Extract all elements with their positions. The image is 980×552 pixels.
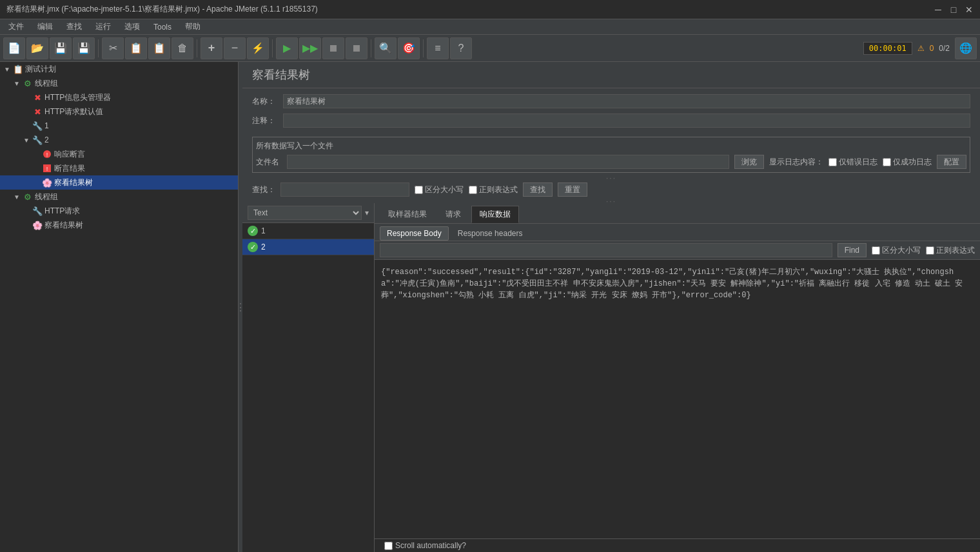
http-header-icon: ✖ — [32, 92, 43, 103]
tree-item-http-header[interactable]: ✖ HTTP信息头管理器 — [0, 90, 238, 104]
tree-item-assertion[interactable]: ! 响应断言 — [0, 147, 238, 161]
tree-toggle[interactable]: ▼ — [3, 65, 11, 73]
tree-item-request-1[interactable]: 🔧 1 — [0, 119, 238, 133]
toolbar-status: 00:00:01 ⚠ 0 0/2 🌐 — [863, 37, 977, 59]
run-all-button[interactable]: ▶▶ — [299, 37, 321, 59]
remove-button[interactable]: − — [224, 37, 246, 59]
menu-bar: 文件 编辑 查找 运行 选项 Tools 帮助 — [0, 19, 980, 35]
tree-item-thread-group-2[interactable]: ▼ ⚙ 线程组 — [0, 190, 238, 204]
error-log-checkbox[interactable] — [828, 158, 837, 166]
format-dropdown[interactable]: Text JSON XML HTML — [248, 206, 362, 220]
menu-options[interactable]: 选项 — [119, 20, 145, 34]
tree-item-request-2[interactable]: ▼ 🔧 2 — [0, 133, 238, 147]
result-status-ok-2: ✓ — [248, 242, 258, 252]
subtab-response-headers[interactable]: Response headers — [451, 226, 530, 241]
list-button[interactable]: ≡ — [427, 37, 449, 59]
tree-item-http-defaults[interactable]: ✖ HTTP请求默认值 — [0, 104, 238, 119]
tree-toggle[interactable]: ▼ — [13, 79, 21, 87]
scroll-auto-checkbox[interactable] — [384, 542, 393, 550]
save-all-button[interactable]: 💾 — [73, 37, 95, 59]
results-pane: Text JSON XML HTML ▾ ✓ 1 ✓ 2 — [242, 203, 375, 552]
right-panel: 察看结果树 名称： 注释： 所有数据写入一个文件 文件名 浏览 显示日志内容： — [242, 62, 980, 552]
find-regex-checkbox[interactable] — [926, 246, 934, 255]
tree-toggle — [32, 179, 40, 186]
detail-pane: 取样器结果 请求 响应数据 Response Body Response hea… — [375, 203, 980, 552]
reset-button[interactable]: 重置 — [558, 182, 587, 197]
maximize-button[interactable]: □ — [949, 5, 958, 14]
open-button[interactable]: 📂 — [26, 37, 48, 59]
clear-button[interactable]: ⚡ — [247, 37, 269, 59]
menu-help[interactable]: 帮助 — [180, 20, 206, 34]
paste-button[interactable]: 📋 — [148, 37, 170, 59]
find-bar: Find 区分大小写 正则表达式 — [375, 241, 980, 260]
find-button[interactable]: Find — [838, 243, 867, 257]
tab-request[interactable]: 请求 — [437, 206, 469, 223]
minimize-button[interactable]: ─ — [934, 5, 943, 14]
toolbar-separator-3 — [272, 39, 273, 57]
tree-label: 测试计划 — [25, 64, 56, 75]
tree-item-http-request[interactable]: 🔧 HTTP请求 — [0, 204, 238, 218]
delete-button[interactable]: 🗑 — [172, 37, 193, 59]
success-log-checkbox[interactable] — [883, 158, 891, 166]
tree-item-view-results-selected[interactable]: 🌸 察看结果树 — [0, 175, 238, 190]
tree-item-thread-group-1[interactable]: ▼ ⚙ 线程组 — [0, 76, 238, 90]
tree-item-test-plan[interactable]: ▼ 📋 测试计划 — [0, 62, 238, 76]
tab-response-data[interactable]: 响应数据 — [471, 206, 519, 223]
tree-toggle[interactable]: ▼ — [13, 193, 21, 201]
toolbar-separator-5 — [423, 39, 424, 57]
browse-button[interactable]: 浏览 — [734, 155, 764, 169]
add-button[interactable]: + — [201, 37, 222, 59]
tree-toggle[interactable]: ▼ — [23, 136, 30, 144]
result-status-ok-1: ✓ — [248, 226, 258, 236]
menu-edit[interactable]: 编辑 — [32, 20, 58, 34]
menu-run[interactable]: 运行 — [90, 20, 116, 34]
stop-all-button[interactable]: ⏹ — [346, 37, 368, 59]
assertion-result-icon: ! — [42, 163, 52, 173]
find-case-label: 区分大小写 — [882, 245, 921, 256]
cut-button[interactable]: ✂ — [102, 37, 124, 59]
tree-item-assertion-result[interactable]: ! 断言结果 — [0, 161, 238, 175]
tabs-row: 取样器结果 请求 响应数据 — [375, 203, 980, 224]
form-area: 名称： 注释： — [242, 88, 980, 133]
log-content-label: 显示日志内容： — [769, 157, 823, 168]
settings-tool-button[interactable]: 🎯 — [398, 37, 420, 59]
case-sensitive-label: 区分大小写 — [425, 184, 464, 195]
run-button[interactable]: ▶ — [276, 37, 298, 59]
new-button[interactable]: 📄 — [3, 37, 25, 59]
close-button[interactable]: ✕ — [965, 5, 974, 14]
tab-sampler-result[interactable]: 取样器结果 — [380, 206, 435, 223]
file-section: 所有数据写入一个文件 文件名 浏览 显示日志内容： 仅错误日志 仅成功日志 配置 — [252, 137, 970, 173]
file-name-input[interactable] — [287, 155, 729, 169]
result-item-2[interactable]: ✓ 2 — [242, 239, 374, 255]
error-log-checkbox-item: 仅错误日志 — [828, 157, 877, 168]
menu-tools[interactable]: Tools — [148, 21, 177, 33]
find-input[interactable] — [380, 243, 832, 257]
name-input[interactable] — [283, 94, 970, 108]
response-text: {"reason":"successed","result":{"id":"32… — [378, 263, 977, 304]
case-sensitive-checkbox[interactable] — [415, 186, 423, 194]
result-item-1[interactable]: ✓ 1 — [242, 223, 374, 239]
result-label-1: 1 — [261, 226, 266, 235]
search-tool-button[interactable]: 🔍 — [375, 37, 397, 59]
search-button[interactable]: 查找 — [523, 182, 553, 197]
main-layout: ▼ 📋 测试计划 ▼ ⚙ 线程组 ✖ HTTP信息头管理器 ✖ HTTP请求默认… — [0, 62, 980, 552]
globe-button[interactable]: 🌐 — [955, 37, 977, 59]
tree-toggle — [23, 108, 30, 115]
find-case-checkbox[interactable] — [872, 246, 880, 255]
help-button[interactable]: ? — [450, 37, 472, 59]
config-button[interactable]: 配置 — [937, 155, 966, 169]
window-title: 察看结果树.jmx (F:\apache-jmeter-5.1.1\察看结果树.… — [6, 4, 318, 15]
save-button[interactable]: 💾 — [50, 37, 72, 59]
comment-input[interactable] — [283, 113, 970, 128]
menu-search[interactable]: 查找 — [61, 20, 87, 34]
menu-file[interactable]: 文件 — [3, 20, 29, 34]
tree-toggle — [23, 221, 30, 229]
tree-item-view-results-2[interactable]: 🌸 察看结果树 — [0, 218, 238, 232]
subtab-response-body[interactable]: Response Body — [380, 226, 449, 241]
tree-toggle — [23, 94, 30, 101]
stop-button[interactable]: ⏹ — [322, 37, 344, 59]
copy-button[interactable]: 📋 — [125, 37, 147, 59]
tree-label: 响应断言 — [54, 149, 85, 160]
search-input[interactable] — [280, 182, 409, 197]
regex-checkbox[interactable] — [469, 186, 477, 194]
